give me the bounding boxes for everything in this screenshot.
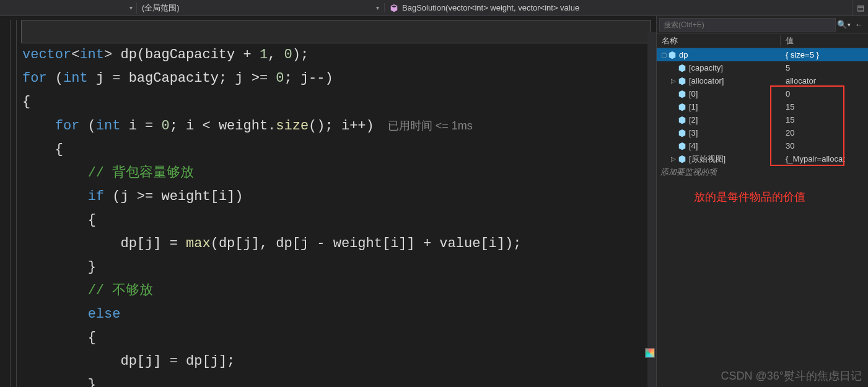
watch-value: {_Mypair=allocat bbox=[781, 154, 868, 163]
chevron-down-icon: ▾ bbox=[129, 4, 133, 11]
watch-row[interactable]: [0]0 bbox=[657, 87, 868, 100]
watch-name: [2] bbox=[689, 115, 698, 124]
watch-row[interactable]: [2]15 bbox=[657, 113, 868, 126]
scope-label: (全局范围) bbox=[142, 2, 180, 14]
variable-icon bbox=[678, 77, 686, 85]
watch-search-input[interactable] bbox=[659, 18, 836, 32]
search-button[interactable]: 🔍▾ bbox=[836, 20, 852, 29]
watch-name: [1] bbox=[689, 102, 698, 111]
watch-value: 30 bbox=[781, 141, 868, 150]
watch-row[interactable]: [3]20 bbox=[657, 126, 868, 139]
watch-row[interactable]: [1]15 bbox=[657, 100, 868, 113]
watch-name: [allocator] bbox=[689, 76, 724, 85]
watermark: CSDN @36°熨斗的焦虑日记 bbox=[721, 368, 862, 383]
watch-value: 0 bbox=[781, 89, 868, 98]
watch-value: allocator bbox=[781, 76, 868, 85]
watch-row[interactable]: ▷[allocator]allocator bbox=[657, 74, 868, 87]
add-watch-placeholder[interactable]: 添加要监视的项 bbox=[657, 165, 868, 179]
watch-row[interactable]: [4]30 bbox=[657, 139, 868, 152]
nav-left-dropdown[interactable]: ▾ bbox=[0, 4, 136, 11]
chevron-down-icon: ▾ bbox=[848, 22, 851, 28]
variable-icon bbox=[678, 116, 686, 124]
watch-value: { size=5 } bbox=[781, 50, 868, 59]
variable-icon bbox=[678, 129, 686, 137]
variable-icon bbox=[678, 90, 686, 98]
variable-icon bbox=[678, 155, 686, 163]
watch-row[interactable]: ▢dp{ size=5 } bbox=[657, 48, 868, 61]
editor-scrollbar[interactable] bbox=[647, 32, 656, 387]
expander-icon[interactable]: ▷ bbox=[669, 77, 678, 84]
search-icon: 🔍 bbox=[837, 20, 847, 29]
watch-row[interactable]: ▷[原始视图]{_Mypair=allocat bbox=[657, 152, 868, 165]
scope-dropdown[interactable]: (全局范围) ▾ bbox=[136, 2, 384, 14]
watch-header: 名称 值 bbox=[657, 33, 868, 48]
navigation-bar: ▾ (全局范围) ▾ BagSolution(vector<int> weigh… bbox=[0, 0, 868, 16]
variable-icon bbox=[668, 51, 677, 59]
timing-overlay: 已用时间 <= 1ms bbox=[388, 114, 473, 137]
watch-name: [3] bbox=[689, 128, 698, 137]
annotation-text: 放的是每件物品的价值 bbox=[694, 189, 805, 204]
watch-name: [capacity] bbox=[689, 63, 723, 72]
variable-icon bbox=[678, 64, 686, 72]
watch-panel: 🔍▾ ← 名称 值 ▢dp{ size=5 }[capacity]5▷[allo… bbox=[657, 16, 868, 387]
expander-icon[interactable]: ▢ bbox=[659, 51, 668, 58]
watch-value: 20 bbox=[781, 128, 868, 137]
expander-icon[interactable]: ▷ bbox=[669, 155, 678, 162]
chevron-down-icon: ▾ bbox=[376, 4, 379, 11]
watch-row[interactable]: [capacity]5 bbox=[657, 61, 868, 74]
header-name[interactable]: 名称 bbox=[657, 35, 781, 46]
split-window-icon[interactable]: ▤ bbox=[852, 0, 868, 15]
variable-icon bbox=[678, 142, 686, 150]
watch-rows: ▢dp{ size=5 }[capacity]5▷[allocator]allo… bbox=[657, 48, 868, 165]
color-picker-icon[interactable] bbox=[645, 348, 655, 358]
function-dropdown[interactable]: BagSolution(vector<int> weight, vector<i… bbox=[384, 3, 852, 12]
code-editor[interactable]: vector<int> dp(bagCapacity + 1, 0); for … bbox=[0, 16, 657, 387]
code-content: vector<int> dp(bagCapacity + 1, 0); for … bbox=[22, 20, 654, 387]
watch-value: 15 bbox=[781, 115, 868, 124]
header-value[interactable]: 值 bbox=[781, 35, 868, 46]
history-button[interactable]: ← bbox=[852, 20, 866, 29]
watch-name: [原始视图] bbox=[689, 154, 726, 165]
watch-value: 5 bbox=[781, 63, 868, 72]
variable-icon bbox=[678, 103, 686, 111]
watch-name: [0] bbox=[689, 89, 698, 98]
method-icon bbox=[390, 4, 398, 12]
watch-value: 15 bbox=[781, 102, 868, 111]
watch-name: dp bbox=[679, 50, 688, 59]
watch-name: [4] bbox=[689, 141, 698, 150]
function-label: BagSolution(vector<int> weight, vector<i… bbox=[402, 3, 579, 12]
